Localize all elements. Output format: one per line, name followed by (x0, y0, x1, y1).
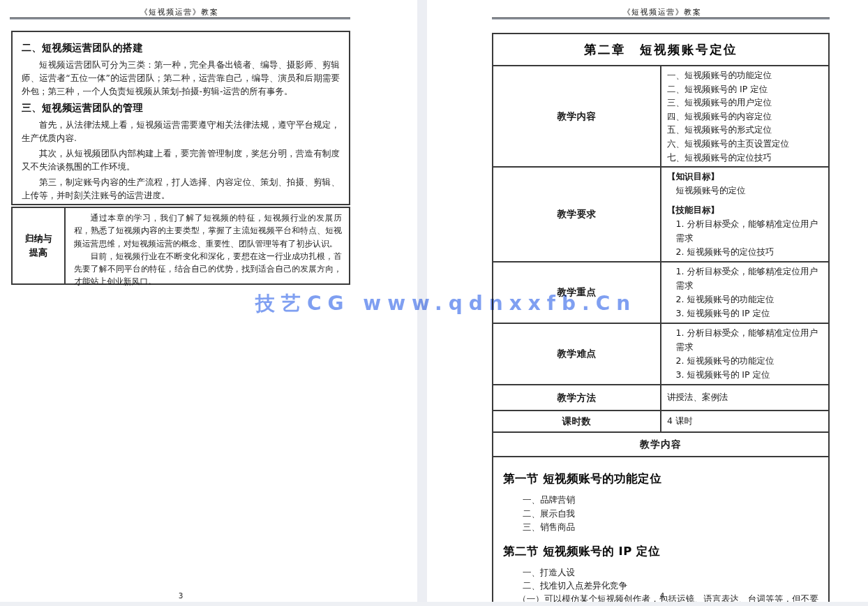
section2-items: 一、打造人设 二、找准切入点差异化竞争 (500, 566, 818, 593)
teaching-plan-table: 第二章 短视频账号定位 教学内容 一、短视频账号的功能定位 二、短视频账号的 I… (492, 33, 830, 606)
table-row: 第一节 短视频账号的功能定位 一、品牌营销 二、展示自我 三、销售商品 第二节 … (493, 457, 829, 606)
difficulties-cell: 1. 分析目标受众，能够精准定位用户需求 2. 短视频账号的功能定位 3. 短视… (661, 323, 829, 385)
table-row: 教学方法 讲授法、案例法 (493, 385, 829, 411)
list-item: 2. 短视频账号的功能定位 (676, 293, 823, 306)
list-item: 3. 短视频账号的 IP 定位 (676, 368, 823, 382)
summary-label: 归纳与 提高 (13, 208, 66, 283)
row-label-hours: 课时数 (493, 411, 661, 432)
content-section-header: 教学内容 (493, 432, 829, 457)
list-item: 四、短视频账号的内容定位 (667, 110, 823, 124)
list-item: 一、短视频账号的功能定位 (667, 68, 823, 82)
list-item: 一、品牌营销 (523, 493, 818, 507)
table-row: 教学重点 1. 分析目标受众，能够精准定位用户需求 2. 短视频账号的功能定位 … (493, 262, 829, 323)
skill-goal-header: 【技能目标】 (667, 203, 823, 217)
section1-title: 第一节 短视频账号的功能定位 (503, 471, 818, 487)
list-item: 三、短视频账号的用户定位 (667, 96, 823, 110)
list-item: 七、短视频账号的定位技巧 (667, 151, 823, 165)
paragraph: 目前，短视频行业在不断变化和深化，要想在这一行业成功扎根，首先要了解不同平台的特… (74, 250, 342, 288)
list-item: 二、展示自我 (523, 507, 818, 521)
list-item: 六、短视频账号的主页设置定位 (667, 137, 823, 151)
key-points-cell: 1. 分析目标受众，能够精准定位用户需求 2. 短视频账号的功能定位 3. 短视… (661, 262, 829, 323)
table-row: 第二章 短视频账号定位 (493, 34, 829, 66)
paragraph: 其次，从短视频团队内部构建上看，要完善管理制度，奖惩分明，营造有制度又不失洽谈氛… (22, 147, 340, 173)
lesson-body-box: 二、短视频运营团队的搭建 短视频运营团队可分为三类：第一种，完全具备出镜者、编导… (11, 31, 350, 205)
row-label-requirements: 教学要求 (493, 167, 661, 262)
row-label-content: 教学内容 (493, 66, 661, 167)
list-item: 1. 分析目标受众，能够精准定位用户需求 (676, 326, 823, 354)
page-number: 4 (660, 591, 665, 600)
chapter-title: 第二章 短视频账号定位 (493, 34, 829, 66)
list-item: 1. 分析目标受众，能够精准定位用户需求 (676, 265, 823, 293)
summary-label-line2: 提高 (29, 246, 47, 260)
page-4: 《短视频运营》教案 第二章 短视频账号定位 教学内容 一、短视频账号的功能定位 … (427, 0, 868, 602)
summary-label-line1: 归纳与 (25, 232, 52, 246)
row-label-difficulties: 教学难点 (493, 323, 661, 385)
list-item: 二、短视频账号的 IP 定位 (667, 82, 823, 96)
hours-cell: 4 课时 (661, 411, 829, 432)
list-item: 二、找准切入点差异化竞争 (523, 579, 818, 593)
paragraph: 通过本章的学习，我们了解了短视频的特征，短视频行业的发展历程，熟悉了短视频内容的… (74, 212, 342, 250)
list-item: 五、短视频账号的形式定位 (667, 123, 823, 137)
lecture-content-cell: 第一节 短视频账号的功能定位 一、品牌营销 二、展示自我 三、销售商品 第二节 … (493, 457, 829, 606)
page-gutter (417, 0, 427, 606)
running-header: 《短视频运营》教案 (623, 7, 702, 17)
running-header: 《短视频运营》教案 (140, 7, 219, 17)
page-number: 3 (179, 591, 184, 600)
summary-box: 归纳与 提高 通过本章的学习，我们了解了短视频的特征，短视频行业的发展历程，熟悉… (11, 207, 350, 285)
content-items-cell: 一、短视频账号的功能定位 二、短视频账号的 IP 定位 三、短视频账号的用户定位… (661, 66, 829, 167)
page-3: 《短视频运营》教案 二、短视频运营团队的搭建 短视频运营团队可分为三类：第一种，… (0, 0, 417, 602)
knowledge-goal-header: 【知识目标】 (667, 170, 823, 184)
table-row: 课时数 4 课时 (493, 411, 829, 432)
paragraph: 第三，制定账号内容的生产流程，打人选择、内容定位、策划、拍摄、剪辑、上传等，并时… (22, 175, 340, 202)
document-viewer: 《短视频运营》教案 二、短视频运营团队的搭建 短视频运营团队可分为三类：第一种，… (0, 0, 868, 606)
header-rule (492, 17, 830, 20)
summary-content: 通过本章的学习，我们了解了短视频的特征，短视频行业的发展历程，熟悉了短视频内容的… (66, 208, 349, 283)
list-item: 三、销售商品 (523, 520, 818, 534)
section2-title: 第二节 短视频账号的 IP 定位 (503, 544, 818, 559)
section-heading-team-management: 三、短视频运营团队的管理 (22, 102, 340, 114)
list-item: 一、打造人设 (523, 566, 818, 579)
row-label-method: 教学方法 (493, 385, 661, 411)
list-item: 3. 短视频账号的 IP 定位 (676, 306, 823, 320)
paragraph: 短视频运营团队可分为三类：第一种，完全具备出镜者、编导、摄影师、剪辑师、运营者“… (22, 58, 340, 98)
knowledge-goal-item: 短视频账号的定位 (676, 184, 823, 198)
table-row: 教学内容 一、短视频账号的功能定位 二、短视频账号的 IP 定位 三、短视频账号… (493, 66, 829, 167)
table-row: 教学难点 1. 分析目标受众，能够精准定位用户需求 2. 短视频账号的功能定位 … (493, 323, 829, 385)
table-row: 教学要求 【知识目标】 短视频账号的定位 【技能目标】 1. 分析目标受众，能够… (493, 167, 829, 262)
list-item: 1. 分析目标受众，能够精准定位用户需求 (676, 217, 823, 245)
list-item: 2. 短视频账号的功能定位 (676, 354, 823, 368)
requirements-cell: 【知识目标】 短视频账号的定位 【技能目标】 1. 分析目标受众，能够精准定位用… (661, 167, 829, 262)
section1-items: 一、品牌营销 二、展示自我 三、销售商品 (500, 493, 818, 534)
section-heading-team-building: 二、短视频运营团队的搭建 (22, 42, 340, 54)
viewer-bottom-edge (0, 602, 868, 606)
table-row: 教学内容 (493, 432, 829, 457)
header-rule (10, 17, 350, 20)
method-cell: 讲授法、案例法 (661, 385, 829, 411)
row-label-key-points: 教学重点 (493, 262, 661, 323)
list-item: 2. 短视频账号的定位技巧 (676, 245, 823, 259)
paragraph: 首先，从法律法规上看，短视频运营需要遵守相关法律法规，遵守平台规定，生产优质内容… (22, 118, 340, 145)
